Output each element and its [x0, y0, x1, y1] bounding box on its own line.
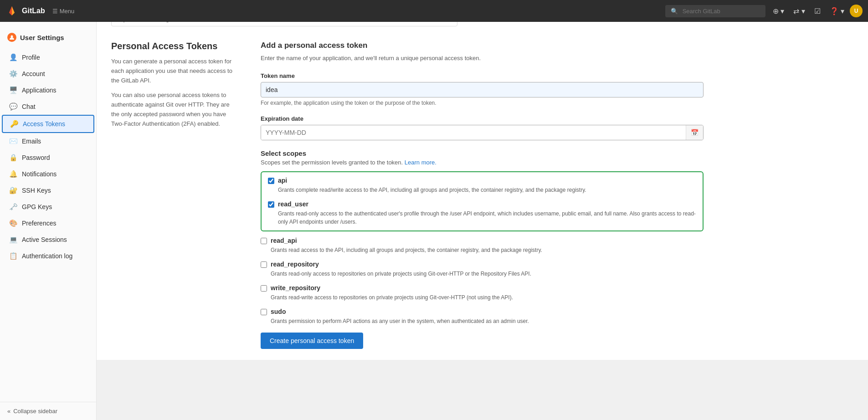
- sidebar-item-label: Chat: [22, 103, 36, 110]
- chat-icon: 💬: [9, 102, 17, 111]
- scope-desc-api: Grants complete read/write access to the…: [278, 186, 696, 194]
- expiration-date-group: Expiration date 📅: [261, 115, 704, 140]
- scope-desc-read_repository: Grants read-only access to repositories …: [271, 270, 704, 278]
- scope-checkbox-write_repository[interactable]: [261, 285, 267, 292]
- expiration-date-input[interactable]: [261, 125, 686, 140]
- token-name-label: Token name: [261, 72, 704, 79]
- scope-checkbox-api[interactable]: [268, 178, 274, 184]
- global-search-input[interactable]: [683, 8, 760, 15]
- scope-name-read_api: read_api: [271, 237, 297, 244]
- access-tokens-icon: 🔑: [10, 120, 18, 128]
- scope-name-api: api: [278, 177, 287, 184]
- create-token-button[interactable]: Create personal access token: [261, 333, 363, 349]
- sidebar-item-profile[interactable]: 👤 Profile: [2, 49, 94, 66]
- scope-item-read_repository: read_repository Grants read-only access …: [261, 261, 704, 278]
- learn-more-link[interactable]: Learn more.: [405, 159, 437, 166]
- sidebar-item-preferences[interactable]: 🎨 Preferences: [2, 215, 94, 231]
- scope-checkbox-read_repository[interactable]: [261, 261, 267, 268]
- scope-label-sudo[interactable]: sudo: [261, 308, 704, 315]
- password-icon: 🔒: [9, 154, 17, 162]
- gpg-keys-icon: 🗝️: [9, 203, 17, 211]
- create-button[interactable]: ⊕ ▾: [769, 4, 788, 18]
- svg-marker-2: [12, 6, 15, 15]
- svg-marker-1: [9, 6, 12, 15]
- profile-icon: 👤: [9, 53, 17, 61]
- page-title: Personal Access Tokens: [111, 41, 239, 51]
- todos-button[interactable]: ☑: [811, 4, 824, 18]
- scope-label-read_repository[interactable]: read_repository: [261, 261, 704, 268]
- sidebar-item-applications[interactable]: 🖥️ Applications: [2, 82, 94, 98]
- scope-label-write_repository[interactable]: write_repository: [261, 284, 704, 292]
- main-content: 🔍 Personal Access Tokens You can generat…: [97, 0, 868, 360]
- gitlab-logo-text: GitLab: [22, 7, 45, 15]
- auth-log-icon: 📋: [9, 252, 17, 260]
- form-desc: Enter the name of your application, and …: [261, 54, 704, 63]
- sidebar-item-auth-log[interactable]: 📋 Authentication log: [2, 248, 94, 264]
- svg-point-3: [11, 36, 13, 38]
- global-search-bar[interactable]: 🔍: [665, 5, 765, 17]
- help-button[interactable]: ❓ ▾: [826, 4, 848, 18]
- sidebar-item-notifications[interactable]: 🔔 Notifications: [2, 166, 94, 182]
- left-desc-1: You can generate a personal access token…: [111, 57, 239, 85]
- scopes-title: Select scopes: [261, 149, 704, 157]
- sidebar-item-password[interactable]: 🔒 Password: [2, 149, 94, 166]
- right-column: Add a personal access token Enter the na…: [261, 41, 704, 349]
- scope-name-write_repository: write_repository: [271, 284, 320, 292]
- sidebar-item-label: Applications: [22, 87, 56, 94]
- expiration-date-field[interactable]: 📅: [261, 125, 704, 140]
- active-sessions-icon: 💻: [9, 236, 17, 244]
- sidebar-item-label: Access Tokens: [23, 120, 65, 128]
- sidebar-item-active-sessions[interactable]: 💻 Active Sessions: [2, 231, 94, 248]
- scope-item-sudo: sudo Grants permission to perform API ac…: [261, 308, 704, 325]
- account-icon: ⚙️: [9, 70, 17, 78]
- scope-checkbox-sudo[interactable]: [261, 309, 267, 315]
- checked-scopes-box: api Grants complete read/write access to…: [261, 171, 704, 231]
- sidebar: User Settings 👤 Profile ⚙️ Account 🖥️ Ap…: [0, 22, 97, 360]
- merge-requests-button[interactable]: ⇄ ▾: [790, 4, 808, 18]
- top-nav: GitLab ☰ Menu 🔍 ⊕ ▾ ⇄ ▾ ☑ ❓ ▾ U: [0, 0, 868, 22]
- scope-item-read_api: read_api Grants read access to the API, …: [261, 237, 704, 254]
- sidebar-item-label: Notifications: [22, 170, 56, 178]
- nav-icon-group: ⊕ ▾ ⇄ ▾ ☑ ❓ ▾ U: [769, 4, 863, 18]
- emails-icon: ✉️: [9, 137, 17, 145]
- sidebar-item-label: Password: [22, 154, 50, 161]
- sidebar-item-chat[interactable]: 💬 Chat: [2, 98, 94, 115]
- sidebar-item-label: Emails: [22, 138, 41, 145]
- scope-checkbox-read_user[interactable]: [268, 201, 274, 208]
- scopes-list: api Grants complete read/write access to…: [261, 171, 704, 325]
- sidebar-item-label: Active Sessions: [22, 236, 67, 243]
- sidebar-item-access-tokens[interactable]: 🔑 Access Tokens: [2, 115, 94, 133]
- user-avatar[interactable]: U: [850, 5, 863, 17]
- scope-label-read_api[interactable]: read_api: [261, 237, 704, 244]
- token-name-input[interactable]: [261, 82, 704, 97]
- sidebar-item-label: Preferences: [22, 220, 56, 227]
- scope-name-read_repository: read_repository: [271, 261, 319, 268]
- scope-label-read_user[interactable]: read_user: [268, 200, 696, 208]
- scope-name-read_user: read_user: [278, 200, 308, 208]
- left-desc-2: You can also use personal access tokens …: [111, 91, 239, 128]
- scope-label-api[interactable]: api: [268, 177, 696, 184]
- sidebar-item-emails[interactable]: ✉️ Emails: [2, 133, 94, 149]
- sidebar-nav: 👤 Profile ⚙️ Account 🖥️ Applications 💬 C…: [0, 49, 96, 264]
- sidebar-item-label: Profile: [22, 54, 40, 61]
- sidebar-item-account[interactable]: ⚙️ Account: [2, 66, 94, 82]
- todo-icon: ☑: [814, 7, 821, 15]
- token-name-hint: For example, the application using the t…: [261, 100, 704, 106]
- sidebar-item-label: Account: [22, 70, 45, 77]
- calendar-icon[interactable]: 📅: [686, 125, 703, 140]
- scopes-desc: Scopes set the permission levels granted…: [261, 159, 704, 166]
- sidebar-item-label: Authentication log: [22, 252, 72, 260]
- sidebar-item-gpg-keys[interactable]: 🗝️ GPG Keys: [2, 199, 94, 215]
- menu-button[interactable]: ☰ Menu: [49, 6, 78, 16]
- scope-checkbox-read_api[interactable]: [261, 238, 267, 244]
- gitlab-logo[interactable]: GitLab: [5, 5, 45, 17]
- notifications-icon: 🔔: [9, 170, 17, 178]
- ssh-keys-icon: 🔐: [9, 186, 17, 195]
- user-settings-icon: [7, 33, 16, 42]
- scope-item-write_repository: write_repository Grants read-write acces…: [261, 284, 704, 302]
- token-name-group: Token name For example, the application …: [261, 72, 704, 106]
- sidebar-item-ssh-keys[interactable]: 🔐 SSH Keys: [2, 182, 94, 199]
- expiration-label: Expiration date: [261, 115, 704, 122]
- form-title: Add a personal access token: [261, 41, 704, 50]
- scope-desc-read_api: Grants read access to the API, including…: [271, 246, 704, 254]
